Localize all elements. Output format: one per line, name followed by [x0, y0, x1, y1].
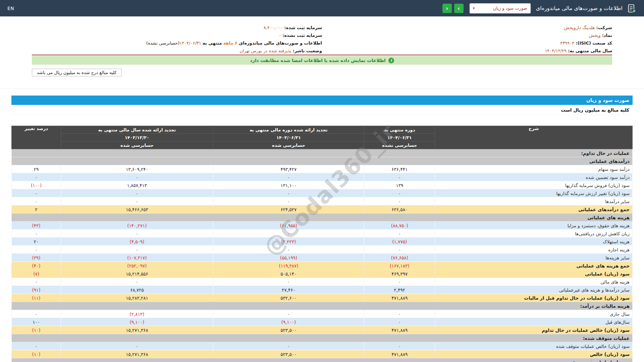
statement-row: جمع هزینه های عملیاتی(۱۶۷,۱۸۳)(۱۱۹,۳۸۷)(…	[12, 262, 633, 270]
symbol-cell: نماد: وپخش	[322, 33, 612, 38]
company-info-row: سال مالی منتهی به: ۱۴۰۴/۱۲/۲۹ وضعیت ناشر…	[32, 47, 612, 55]
unregistered-capital-label: سرمایه ثبت نشده:	[282, 33, 322, 38]
statement-row: سایر هزینه‌ها(۷۶,۶۵۸)(۵۵,۱۹۹)(۱۰۷,۳۱۷)(۳…	[12, 254, 633, 262]
row-value: (۷۶,۶۵۸)	[364, 254, 435, 262]
row-value: ۰	[12, 246, 61, 254]
language-toggle-en[interactable]: EN	[7, 6, 14, 11]
row-label: سود (زیان) خالص	[435, 350, 633, 358]
row-value: ۴۹۳,۴۲۷	[213, 165, 364, 173]
unit-note-box: کلیه مبالغ درج شده به میلیون ریال می باش…	[32, 69, 122, 76]
row-value: (۷)	[12, 270, 61, 278]
row-value: ۱۳۱,۱۰۰	[213, 181, 364, 189]
company-info: شرکت: هلدینگ داروپخش سرمایه ثبت شده: ۸,۴…	[32, 24, 612, 55]
symbol-label: نماد:	[602, 33, 612, 38]
row-value: ۰	[61, 278, 213, 286]
statement-row: هزینه استهلاک(۱,۷۷۵)(۲,۲۲۳)(۴,۵۰۹)۲۰	[12, 238, 633, 246]
company-info-row: نماد: وپخش سرمایه ثبت نشده: ۰	[32, 32, 612, 39]
section-label: سود (زیان) پایه هر سهم:	[12, 358, 633, 362]
statement-row: سال‌های قبل۰(۹,۱۰۰)(۹,۱۰۰)۱۰۰	[12, 318, 633, 326]
row-value: ۰	[12, 278, 61, 286]
row-value: ۰	[364, 197, 435, 205]
income-statement-table: شرح دوره منتهی به تجدید ارائه شده دوره م…	[11, 126, 633, 362]
section-row: درآمدهای عملیاتی	[12, 157, 633, 165]
row-label: جمع درآمدهای عملیاتی	[435, 205, 633, 214]
row-value: (۱۴۰,۲۷۱)	[61, 222, 213, 230]
registered-capital-value: ۸,۴۰۰,۰۰۰	[264, 25, 283, 30]
row-value: ۱۵,۲۱۴,۵۵۶	[61, 270, 213, 278]
statement-row: هزینه اجاره۰۰۰۰	[12, 246, 633, 254]
row-label: زیان کاهش ارزش دریافتنی‌ها	[435, 230, 633, 238]
row-value: (۱۰۷,۳۱۷)	[61, 254, 213, 262]
header-percent-change: درصد تغییر	[12, 126, 61, 149]
topbar-left-group: EN	[7, 5, 14, 11]
row-value: ۰	[213, 342, 364, 350]
row-value: ۰	[213, 278, 364, 286]
section-row: سود (زیان) پایه هر سهم:	[12, 358, 633, 362]
row-value: ۴۷۱,۸۸۹	[364, 326, 435, 334]
row-value: ۰	[364, 246, 435, 254]
period-end-date: ۱۴۰۴/۰۶/۳۱	[179, 41, 201, 46]
row-label: سال‌های قبل	[435, 318, 633, 326]
registered-capital-cell: سرمایه ثبت شده: ۸,۴۰۰,۰۰۰	[32, 25, 322, 30]
header-current-audit: حسابرسی نشده	[364, 141, 435, 149]
info-icon: i	[388, 58, 394, 63]
row-value: ۱۳۹	[364, 181, 435, 189]
row-value: ۱۳,۶۰۹,۲۴۰	[61, 165, 213, 173]
company-info-row: کد صنعت (ISIC): ۴۳۹۹۰۴ اطلاعات و صورت‌ها…	[32, 39, 612, 47]
section-label: عملیات در حال تداوم:	[12, 149, 633, 157]
row-value: ۱۰۰	[12, 318, 61, 326]
row-value: (۱۱)	[12, 294, 61, 302]
isic-label: کد صنعت (ISIC):	[576, 41, 612, 46]
income-statement-header: شرح دوره منتهی به تجدید ارائه شده دوره م…	[12, 126, 633, 149]
row-value: (۱۰۰)	[12, 181, 61, 189]
company-info-row: شرکت: هلدینگ داروپخش سرمایه ثبت شده: ۸,۴…	[32, 24, 612, 32]
unregistered-capital-cell: سرمایه ثبت نشده: ۰	[32, 33, 322, 38]
next-statement-button[interactable]: ›	[454, 4, 464, 13]
statement-select[interactable]: صورت سود و زیان ▾	[470, 3, 531, 13]
row-value: ۰	[213, 310, 364, 318]
statement-row: هزینه های حقوق، دستمزد و مزایا(۸۸,۷۵۰)(۶…	[12, 222, 633, 230]
row-value: ۰	[364, 278, 435, 286]
row-value: ۰	[61, 246, 213, 254]
period-connector: منتهی به	[203, 41, 222, 46]
statement-row: زیان کاهش ارزش دریافتنی‌ها۰۰۰۰	[12, 230, 633, 238]
row-value: ۱۵,۴۶۶,۶۵۳	[61, 205, 213, 214]
row-value: ۰	[364, 318, 435, 326]
company-name-cell: شرکت: هلدینگ داروپخش	[322, 25, 612, 30]
row-value: ۱۵,۲۸۳,۲۸۱	[61, 294, 213, 302]
report-icon	[627, 3, 637, 13]
row-value: ۲	[12, 205, 61, 214]
row-value: ۰	[12, 189, 61, 197]
row-value: ۴۶۹,۳۹۷	[364, 270, 435, 278]
row-label: هزینه های مالی	[435, 278, 633, 286]
section-row: هزینه های عملیاتی	[12, 214, 633, 222]
row-label: هزینه اجاره	[435, 246, 633, 254]
statement-row: درآمد سود تضمین شده۰۰۰۰	[12, 173, 633, 181]
row-value: (۸۸,۷۵۰)	[364, 222, 435, 230]
row-value: ۰	[213, 173, 364, 181]
row-value: ۰	[213, 230, 364, 238]
header-current-date: ۱۴۰۴/۰۶/۳۱	[364, 134, 435, 141]
row-value: ۱۵,۲۷۱,۳۶۸	[61, 350, 213, 358]
statement-row: سود (زیان) خالص عملیات متوقف شده۰۰۰۰	[12, 342, 633, 350]
fiscal-year-label: سال مالی منتهی به:	[568, 48, 612, 53]
row-label: درآمد سود سهام	[435, 165, 633, 173]
row-label: هزینه های حقوق، دستمزد و مزایا	[435, 222, 633, 230]
row-value: ۶۸,۷۲۵	[61, 286, 213, 294]
next-arrow-icon: ›	[458, 4, 460, 13]
header-prior-date: ۱۴۰۳/۰۶/۳۱	[213, 134, 364, 141]
row-value: (۴,۵۰۹)	[61, 238, 213, 246]
row-value: ۲۷,۴۶۰	[213, 286, 364, 294]
statement-unit-note: کلیه مبالغ به میلیون ریال است	[11, 105, 633, 115]
section-label: عملیات متوقف شده:	[12, 334, 633, 342]
period-info-label: اطلاعات و صورت‌های مالی میاندوره‌ای	[239, 41, 322, 46]
row-value: ۲,۴۹۲	[364, 286, 435, 294]
row-label: سود (زیان) خالص عملیات متوقف شده	[435, 342, 633, 350]
prev-statement-button[interactable]: ‹	[442, 4, 452, 13]
top-navbar: اطلاعات و صورت‌های مالی میاندوره‌ای صورت…	[0, 0, 644, 16]
header-prior-period: تجدید ارائه شده دوره مالی منتهی به	[213, 126, 364, 134]
row-value: (۱,۷۷۵)	[364, 238, 435, 246]
section-row: عملیات متوقف شده:	[12, 334, 633, 342]
row-value: (۱۱۹,۳۸۷)	[213, 262, 364, 270]
row-value: (۴۰)	[12, 262, 61, 270]
